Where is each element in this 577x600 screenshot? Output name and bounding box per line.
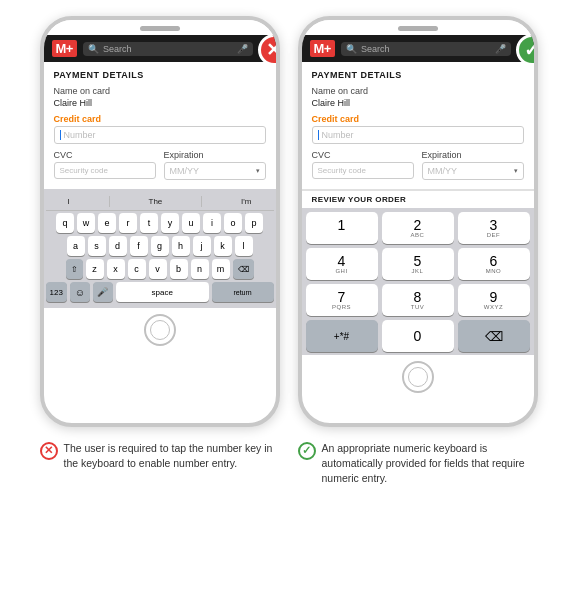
kb-key-h[interactable]: h [172,236,190,256]
expiry-col-bad: Expiration MM/YY ▾ [164,150,266,185]
caption-bad-text: The user is required to tap the number k… [64,441,280,471]
expiry-select-good[interactable]: MM/YY ▾ [422,162,524,180]
cvc-input-good[interactable]: Security code [312,162,414,179]
kb-key-r[interactable]: r [119,213,137,233]
num-key-7[interactable]: 7 PQRS [306,284,378,316]
num-key-symbols[interactable]: +*# [306,320,378,352]
name-on-card-value-bad: Claire Hill [54,98,266,108]
review-banner: REVIEW YOUR ORDER [302,189,534,208]
cvc-expiry-row-good: CVC Security code Expiration MM/YY ▾ [312,150,524,185]
search-text-bad: Search [103,44,233,54]
number-input-good[interactable]: Number [312,126,524,144]
expiry-select-bad[interactable]: MM/YY ▾ [164,162,266,180]
numeric-keyboard-good[interactable]: 1 2 ABC 3 DEF 4 GHI 5 JKL [302,208,534,355]
name-on-card-value-good: Claire Hill [312,98,524,108]
good-phone: ✓ M+ 🔍 Search 🎤 ≡ PAYMENT DETAILS Name o… [298,16,538,427]
kb-sep-2 [201,196,202,207]
kb-suggestion-im[interactable]: I'm [236,196,256,207]
kb-key-d[interactable]: d [109,236,127,256]
expiry-label-bad: Expiration [164,150,266,160]
search-bar-good[interactable]: 🔍 Search 🎤 [341,42,511,56]
kb-key-y[interactable]: y [161,213,179,233]
credit-card-label-good: Credit card [312,114,524,124]
cvc-label-bad: CVC [54,150,156,160]
expiry-col-good: Expiration MM/YY ▾ [422,150,524,185]
cvc-col-good: CVC Security code [312,150,414,185]
kb-mic-key[interactable]: 🎤 [93,282,113,302]
cvc-input-bad[interactable]: Security code [54,162,156,179]
mic-icon-bad: 🎤 [237,44,248,54]
kb-numbers-key[interactable]: 123 [46,282,67,302]
kb-suggestion-i[interactable]: I [62,196,74,207]
kb-key-s[interactable]: s [88,236,106,256]
num-key-4[interactable]: 4 GHI [306,248,378,280]
kb-sep-1 [109,196,110,207]
search-bar-bad[interactable]: 🔍 Search 🎤 [83,42,253,56]
number-input-bad[interactable]: Number [54,126,266,144]
home-button-bad[interactable] [144,314,176,346]
kb-row-bottom: 123 ☺ 🎤 space return [46,282,274,302]
phones-comparison-row: ✕ M+ 🔍 Search 🎤 ≡ PAYMENT DETAILS Name o… [12,16,565,427]
kb-key-v[interactable]: v [149,259,167,279]
name-on-card-label-good: Name on card [312,86,524,96]
cursor-bad [60,130,61,140]
section-title-bad: PAYMENT DETAILS [54,70,266,80]
kb-key-q[interactable]: q [56,213,74,233]
kb-return-key[interactable]: return [212,282,274,302]
mic-icon-good: 🎤 [495,44,506,54]
phone-top-bar-bad [44,20,276,35]
kb-shift-key[interactable]: ⇧ [66,259,83,279]
phone-top-bar-good [302,20,534,35]
kb-key-x[interactable]: x [107,259,125,279]
kb-key-j[interactable]: j [193,236,211,256]
num-key-5[interactable]: 5 JKL [382,248,454,280]
kb-key-i[interactable]: i [203,213,221,233]
kb-key-c[interactable]: c [128,259,146,279]
phone-speaker-bad [140,26,180,31]
num-key-1[interactable]: 1 [306,212,378,244]
expiry-placeholder-bad: MM/YY [170,166,200,176]
name-on-card-label-bad: Name on card [54,86,266,96]
kb-key-w[interactable]: w [77,213,95,233]
kb-key-b[interactable]: b [170,259,188,279]
kb-key-z[interactable]: z [86,259,104,279]
kb-row-1: q w e r t y u i o p [46,213,274,233]
search-text-good: Search [361,44,491,54]
number-placeholder-bad: Number [64,130,96,140]
kb-suggestion-the[interactable]: The [144,196,168,207]
chevron-down-icon-good: ▾ [514,167,518,175]
num-key-6[interactable]: 6 MNO [458,248,530,280]
num-key-2[interactable]: 2 ABC [382,212,454,244]
kb-key-o[interactable]: o [224,213,242,233]
kb-key-f[interactable]: f [130,236,148,256]
num-key-backspace[interactable]: ⌫ [458,320,530,352]
num-key-9[interactable]: 9 WXYZ [458,284,530,316]
kb-key-e[interactable]: e [98,213,116,233]
num-key-3[interactable]: 3 DEF [458,212,530,244]
kb-key-l[interactable]: l [235,236,253,256]
cursor-good [318,130,319,140]
kb-key-g[interactable]: g [151,236,169,256]
cvc-label-good: CVC [312,150,414,160]
kb-key-p[interactable]: p [245,213,263,233]
app-logo-bad: M+ [52,40,77,57]
num-key-8[interactable]: 8 TUV [382,284,454,316]
kb-key-a[interactable]: a [67,236,85,256]
kb-space-key[interactable]: space [116,282,209,302]
kb-delete-key[interactable]: ⌫ [233,259,254,279]
number-placeholder-good: Number [322,130,354,140]
caption-bad: ✕ The user is required to tap the number… [40,441,280,487]
cvc-expiry-row-bad: CVC Security code Expiration MM/YY ▾ [54,150,266,185]
kb-key-n[interactable]: n [191,259,209,279]
cvc-col-bad: CVC Security code [54,150,156,185]
caption-bad-icon: ✕ [40,442,58,460]
kb-key-k[interactable]: k [214,236,232,256]
kb-emoji-key[interactable]: ☺ [70,282,90,302]
kb-key-t[interactable]: t [140,213,158,233]
home-button-good[interactable] [402,361,434,393]
kb-key-m[interactable]: m [212,259,230,279]
num-key-0[interactable]: 0 [382,320,454,352]
kb-key-u[interactable]: u [182,213,200,233]
kb-row-2: a s d f g h j k l [46,236,274,256]
text-keyboard-bad[interactable]: I The I'm q w e r t y u i o p a s [44,189,276,308]
